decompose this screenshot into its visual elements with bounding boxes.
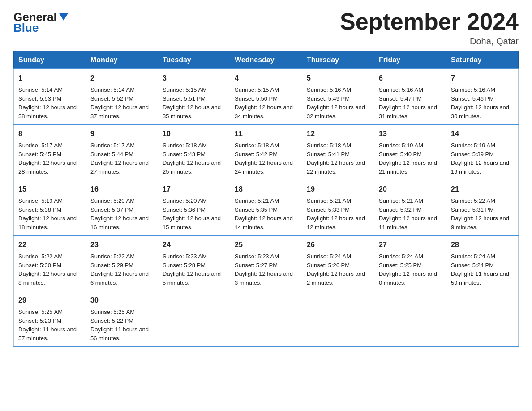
daylight-text: Daylight: 12 hours and 5 minutes. [163, 270, 225, 287]
sunrise-text: Sunrise: 5:25 AM [90, 308, 153, 317]
day-number: 10 [163, 128, 225, 139]
day-number: 14 [451, 128, 514, 139]
sunrise-text: Sunrise: 5:16 AM [451, 86, 514, 94]
calendar-day-cell: 16Sunrise: 5:20 AMSunset: 5:37 PMDayligh… [86, 180, 158, 235]
daylight-text: Daylight: 12 hours and 24 minutes. [235, 158, 297, 176]
daylight-text: Daylight: 12 hours and 30 minutes. [451, 103, 514, 120]
daylight-text: Daylight: 12 hours and 0 minutes. [379, 270, 442, 287]
day-number: 6 [379, 73, 442, 84]
sunset-text: Sunset: 5:41 PM [307, 150, 369, 159]
sunset-text: Sunset: 5:26 PM [307, 261, 369, 270]
sunrise-text: Sunrise: 5:24 AM [307, 252, 369, 261]
sunset-text: Sunset: 5:40 PM [379, 150, 442, 159]
sunset-text: Sunset: 5:32 PM [379, 206, 442, 214]
sunrise-text: Sunrise: 5:15 AM [235, 86, 297, 94]
calendar-day-cell: 15Sunrise: 5:19 AMSunset: 5:38 PMDayligh… [14, 180, 86, 235]
daylight-text: Daylight: 12 hours and 21 minutes. [379, 158, 442, 176]
weekday-header-wednesday: Wednesday [230, 51, 302, 69]
sunset-text: Sunset: 5:42 PM [235, 150, 297, 159]
sunset-text: Sunset: 5:50 PM [235, 94, 297, 103]
day-number: 16 [90, 184, 153, 195]
weekday-header-saturday: Saturday [446, 51, 519, 69]
day-number: 28 [451, 240, 514, 250]
calendar-day-cell: 8Sunrise: 5:17 AMSunset: 5:45 PMDaylight… [14, 124, 86, 180]
calendar-day-cell [302, 291, 374, 347]
day-number: 18 [235, 184, 297, 195]
location-text: Doha, Qatar [340, 36, 519, 47]
sunset-text: Sunset: 5:24 PM [451, 261, 514, 270]
day-number: 17 [163, 184, 225, 195]
calendar-day-cell [158, 291, 230, 347]
calendar-week-row: 22Sunrise: 5:22 AMSunset: 5:30 PMDayligh… [14, 235, 519, 291]
daylight-text: Daylight: 12 hours and 28 minutes. [18, 158, 81, 176]
calendar-day-cell: 6Sunrise: 5:16 AMSunset: 5:47 PMDaylight… [374, 69, 446, 124]
weekday-header-thursday: Thursday [302, 51, 374, 69]
calendar-day-cell: 22Sunrise: 5:22 AMSunset: 5:30 PMDayligh… [14, 235, 86, 291]
sunset-text: Sunset: 5:29 PM [90, 261, 153, 270]
sunrise-text: Sunrise: 5:17 AM [90, 141, 153, 150]
calendar-day-cell: 23Sunrise: 5:22 AMSunset: 5:29 PMDayligh… [86, 235, 158, 291]
sunrise-text: Sunrise: 5:20 AM [90, 197, 153, 206]
sunset-text: Sunset: 5:39 PM [451, 150, 514, 159]
sunrise-text: Sunrise: 5:22 AM [18, 252, 81, 261]
day-number: 26 [307, 240, 369, 250]
daylight-text: Daylight: 11 hours and 56 minutes. [90, 325, 153, 342]
sunset-text: Sunset: 5:31 PM [451, 206, 514, 214]
logo-blue-text: Blue [13, 21, 39, 35]
sunset-text: Sunset: 5:28 PM [163, 261, 225, 270]
day-number: 9 [90, 128, 153, 139]
calendar-day-cell: 3Sunrise: 5:15 AMSunset: 5:51 PMDaylight… [158, 69, 230, 124]
day-number: 11 [235, 128, 297, 139]
svg-marker-0 [59, 13, 69, 21]
weekday-header-row: SundayMondayTuesdayWednesdayThursdayFrid… [14, 51, 519, 69]
sunset-text: Sunset: 5:33 PM [307, 206, 369, 214]
sunrise-text: Sunrise: 5:18 AM [163, 141, 225, 150]
day-number: 8 [18, 128, 81, 139]
daylight-text: Daylight: 12 hours and 2 minutes. [307, 270, 369, 287]
daylight-text: Daylight: 12 hours and 35 minutes. [163, 103, 225, 120]
daylight-text: Daylight: 12 hours and 19 minutes. [451, 158, 514, 176]
day-number: 21 [451, 184, 514, 195]
calendar-day-cell: 9Sunrise: 5:17 AMSunset: 5:44 PMDaylight… [86, 124, 158, 180]
calendar-week-row: 8Sunrise: 5:17 AMSunset: 5:45 PMDaylight… [14, 124, 519, 180]
calendar-day-cell: 18Sunrise: 5:21 AMSunset: 5:35 PMDayligh… [230, 180, 302, 235]
day-number: 2 [90, 73, 153, 84]
sunrise-text: Sunrise: 5:22 AM [451, 197, 514, 206]
day-number: 20 [379, 184, 442, 195]
calendar-table: SundayMondayTuesdayWednesdayThursdayFrid… [13, 51, 519, 347]
daylight-text: Daylight: 12 hours and 15 minutes. [163, 214, 225, 231]
daylight-text: Daylight: 12 hours and 3 minutes. [235, 270, 297, 287]
logo-triangle-icon [59, 13, 69, 22]
logo: General Blue [13, 11, 69, 35]
calendar-day-cell: 29Sunrise: 5:25 AMSunset: 5:23 PMDayligh… [14, 291, 86, 347]
weekday-header-sunday: Sunday [14, 51, 86, 69]
calendar-day-cell: 17Sunrise: 5:20 AMSunset: 5:36 PMDayligh… [158, 180, 230, 235]
daylight-text: Daylight: 12 hours and 38 minutes. [18, 103, 81, 120]
calendar-day-cell [374, 291, 446, 347]
sunrise-text: Sunrise: 5:17 AM [18, 141, 81, 150]
calendar-week-row: 1Sunrise: 5:14 AMSunset: 5:53 PMDaylight… [14, 69, 519, 124]
day-number: 19 [307, 184, 369, 195]
sunrise-text: Sunrise: 5:19 AM [451, 141, 514, 150]
calendar-day-cell: 5Sunrise: 5:16 AMSunset: 5:49 PMDaylight… [302, 69, 374, 124]
sunrise-text: Sunrise: 5:19 AM [379, 141, 442, 150]
calendar-day-cell: 25Sunrise: 5:23 AMSunset: 5:27 PMDayligh… [230, 235, 302, 291]
day-number: 13 [379, 128, 442, 139]
calendar-week-row: 29Sunrise: 5:25 AMSunset: 5:23 PMDayligh… [14, 291, 519, 347]
sunrise-text: Sunrise: 5:15 AM [163, 86, 225, 94]
calendar-day-cell: 1Sunrise: 5:14 AMSunset: 5:53 PMDaylight… [14, 69, 86, 124]
calendar-day-cell: 12Sunrise: 5:18 AMSunset: 5:41 PMDayligh… [302, 124, 374, 180]
calendar-day-cell: 21Sunrise: 5:22 AMSunset: 5:31 PMDayligh… [446, 180, 519, 235]
day-number: 27 [379, 240, 442, 250]
sunrise-text: Sunrise: 5:20 AM [163, 197, 225, 206]
weekday-header-tuesday: Tuesday [158, 51, 230, 69]
day-number: 4 [235, 73, 297, 84]
daylight-text: Daylight: 12 hours and 22 minutes. [307, 158, 369, 176]
calendar-day-cell: 30Sunrise: 5:25 AMSunset: 5:22 PMDayligh… [86, 291, 158, 347]
sunset-text: Sunset: 5:44 PM [90, 150, 153, 159]
daylight-text: Daylight: 12 hours and 11 minutes. [379, 214, 442, 231]
daylight-text: Daylight: 12 hours and 37 minutes. [90, 103, 153, 120]
day-number: 24 [163, 240, 225, 250]
daylight-text: Daylight: 12 hours and 32 minutes. [307, 103, 369, 120]
sunset-text: Sunset: 5:45 PM [18, 150, 81, 159]
